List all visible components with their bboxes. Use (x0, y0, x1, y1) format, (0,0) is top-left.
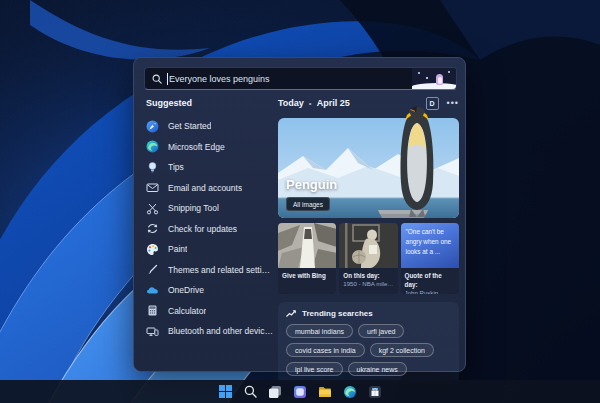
sidebar-item-check-updates[interactable]: Check for updates (146, 219, 274, 240)
card-give-with-bing[interactable]: Give with Bing (278, 223, 336, 294)
penguin-illustration (412, 68, 456, 89)
calculator-icon (146, 304, 159, 317)
today-label: Today (278, 98, 304, 108)
sidebar-item-microsoft-edge[interactable]: Microsoft Edge (146, 137, 274, 158)
sidebar-item-label: Bluetooth and other devices sett... (168, 326, 274, 336)
penguin-image (391, 105, 443, 223)
start-icon[interactable] (217, 384, 233, 400)
sidebar-item-label: Tips (168, 162, 184, 172)
trending-pills: mumbai indians urfi javed covid cases in… (286, 324, 451, 376)
themes-icon (146, 263, 159, 276)
sidebar-item-paint[interactable]: Paint (146, 239, 274, 260)
trending-pill[interactable]: mumbai indians (286, 324, 353, 338)
trending-pill[interactable]: ipl live score (286, 362, 343, 376)
quote-text: "One can't be angry when one looks at a … (401, 223, 459, 261)
trending-pill[interactable]: ukraine news (348, 362, 407, 376)
sidebar-item-onedrive[interactable]: OneDrive (146, 280, 274, 301)
sidebar-item-label: Get Started (168, 121, 211, 131)
edge-icon (146, 140, 159, 153)
sidebar-item-label: Check for updates (168, 224, 237, 234)
hero-card-penguin[interactable]: Penguin All images (278, 118, 459, 218)
widgets-icon[interactable] (292, 384, 308, 400)
sidebar-item-label: Paint (168, 244, 187, 254)
update-icon (146, 222, 159, 235)
get-started-icon (146, 120, 159, 133)
sidebar-item-tips[interactable]: Tips (146, 157, 274, 178)
store-icon[interactable] (367, 384, 383, 400)
edge-icon[interactable] (342, 384, 358, 400)
trending-arrow-icon (286, 309, 296, 318)
devices-icon (146, 325, 159, 338)
email-icon (146, 181, 159, 194)
taskbar (0, 380, 600, 403)
card-caption-title: Quote of the day: (405, 271, 455, 289)
sidebar-item-label: Calculator (168, 306, 206, 316)
sidebar-item-label: Microsoft Edge (168, 142, 225, 152)
all-images-button[interactable]: All images (286, 197, 330, 211)
search-icon (152, 74, 162, 84)
sidebar-item-email-accounts[interactable]: Email and accounts (146, 178, 274, 199)
trending-pill[interactable]: covid cases in india (286, 343, 365, 357)
card-caption: Give with Bing (282, 271, 332, 280)
sidebar-item-bluetooth-devices[interactable]: Bluetooth and other devices sett... (146, 321, 274, 342)
snipping-tool-icon (146, 202, 159, 215)
trending-pill[interactable]: urfi javed (358, 324, 404, 338)
file-explorer-icon[interactable] (317, 384, 333, 400)
sidebar-item-label: Snipping Tool (168, 203, 219, 213)
sidebar-item-label: Email and accounts (168, 183, 242, 193)
dot-separator: • (309, 99, 312, 108)
task-view-icon[interactable] (267, 384, 283, 400)
sidebar-item-snipping-tool[interactable]: Snipping Tool (146, 198, 274, 219)
paint-icon (146, 243, 159, 256)
trending-title: Trending searches (302, 309, 373, 318)
search-icon[interactable] (242, 384, 258, 400)
sidebar-item-label: Themes and related settings (168, 265, 274, 275)
sidebar-item-get-started[interactable]: Get Started (146, 116, 274, 137)
card-caption-subtitle: John Ruskin (405, 289, 455, 294)
card-caption-title: On this day: (343, 271, 393, 280)
search-input[interactable] (169, 74, 412, 84)
today-date: April 25 (317, 98, 350, 108)
search-flyout-panel: Suggested Get Started Microsoft Edge Tip… (133, 57, 466, 372)
tips-icon (146, 161, 159, 174)
on-this-day-image (339, 223, 397, 268)
onedrive-icon (146, 284, 159, 297)
card-caption-subtitle: 1950 - NBA miles... (343, 280, 393, 289)
text-caret (167, 73, 168, 85)
sidebar-item-themes-settings[interactable]: Themes and related settings (146, 260, 274, 281)
suggested-section: Suggested Get Started Microsoft Edge Tip… (146, 98, 274, 342)
trending-searches-section: Trending searches mumbai indians urfi ja… (278, 302, 459, 384)
give-with-bing-image (278, 223, 336, 268)
today-section: Today • April 25 D ••• (278, 96, 459, 384)
sidebar-item-label: OneDrive (168, 285, 204, 295)
quote-card-background: "One can't be angry when one looks at a … (401, 223, 459, 268)
hero-title: Penguin (286, 177, 337, 192)
card-on-this-day[interactable]: On this day: 1950 - NBA miles... (339, 223, 397, 294)
suggested-title: Suggested (146, 98, 274, 108)
card-quote-of-the-day[interactable]: "One can't be angry when one looks at a … (401, 223, 459, 294)
cards-row: Give with Bing (278, 223, 459, 294)
more-options-icon[interactable]: ••• (447, 100, 459, 106)
sidebar-item-calculator[interactable]: Calculator (146, 301, 274, 322)
desktop: { "search": { "value": "Everyone loves p… (0, 0, 600, 403)
search-bar[interactable] (144, 67, 457, 90)
trending-pill[interactable]: kgf 2 collection (370, 343, 434, 357)
